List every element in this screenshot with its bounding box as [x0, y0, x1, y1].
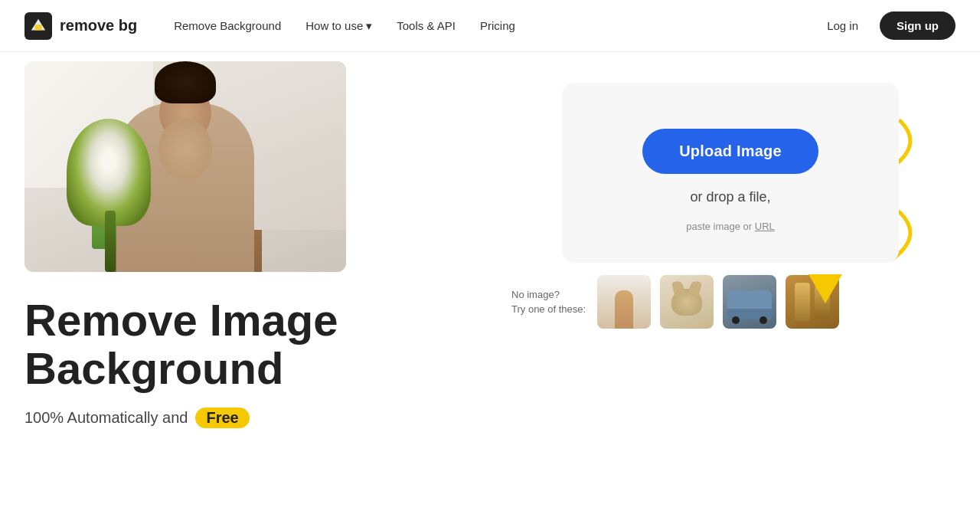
bouquet [67, 119, 151, 226]
nav-item-how-to-use[interactable]: How to use ▾ [296, 13, 381, 39]
nav-item-tools-api[interactable]: Tools & API [387, 13, 465, 38]
right-column: Upload Image or drop a file, paste image… [505, 52, 956, 524]
page-headline: Remove Image Background [24, 296, 475, 392]
signup-button[interactable]: Sign up [880, 11, 956, 40]
upload-dropzone: Upload Image or drop a file, paste image… [562, 83, 899, 263]
svg-rect-1 [34, 25, 41, 30]
nav-links: Remove Background How to use ▾ Tools & A… [165, 13, 524, 39]
main-content: Remove Image Background 100% Automatical… [0, 52, 980, 524]
subline: 100% Automatically and Free [24, 408, 475, 428]
logo[interactable]: remove bg [24, 12, 137, 40]
left-column: Remove Image Background 100% Automatical… [24, 52, 505, 524]
drop-text: or drop a file, [690, 189, 770, 205]
sample-thumb-person[interactable] [597, 275, 651, 329]
nav-right: Log in Sign up [815, 11, 956, 40]
hero-person-photo [24, 61, 346, 272]
nav-item-remove-background[interactable]: Remove Background [165, 13, 290, 38]
free-badge: Free [195, 408, 249, 428]
logo-icon [24, 12, 52, 40]
sample-thumb-dog[interactable] [660, 275, 714, 329]
upload-image-button[interactable]: Upload Image [642, 129, 818, 174]
url-link[interactable]: URL [755, 221, 775, 232]
bouquet-stem [105, 211, 116, 272]
logo-text: remove bg [60, 17, 137, 34]
deco-triangle [808, 274, 842, 303]
hero-image [24, 61, 346, 272]
person-hair [155, 61, 216, 103]
paste-text: paste image or URL [686, 221, 775, 232]
sample-thumb-car[interactable] [723, 275, 776, 329]
sample-images-row: No image? Try one of these: [505, 275, 956, 329]
login-button[interactable]: Log in [815, 13, 871, 38]
nav-item-pricing[interactable]: Pricing [471, 13, 524, 38]
chevron-down-icon: ▾ [366, 19, 372, 33]
no-image-text: No image? Try one of these: [511, 287, 588, 317]
nav-left: remove bg Remove Background How to use ▾… [24, 12, 524, 40]
navbar: remove bg Remove Background How to use ▾… [0, 0, 980, 52]
